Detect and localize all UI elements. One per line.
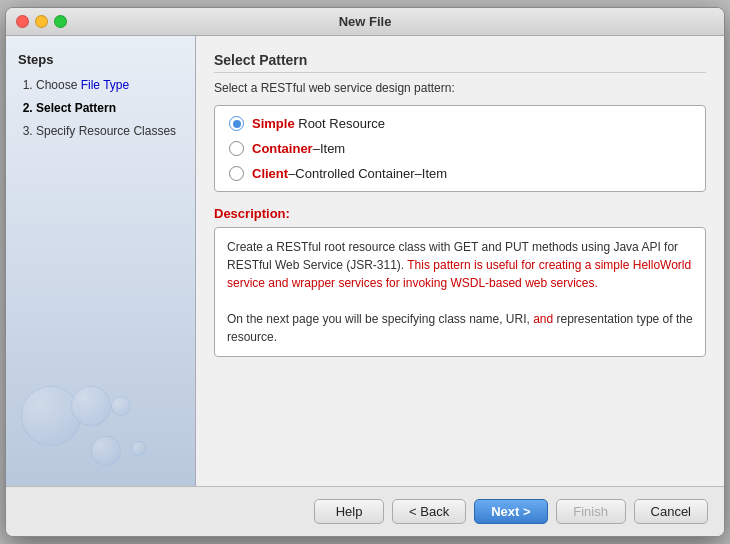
bubble-5 — [131, 441, 146, 456]
step-3-label: Specify Resource Classes — [36, 124, 176, 138]
footer: Help < Back Next > Finish Cancel — [6, 486, 724, 536]
step-2-label: Select Pattern — [36, 101, 116, 115]
help-button[interactable]: Help — [314, 499, 384, 524]
description-box: Create a RESTful root resource class wit… — [214, 227, 706, 357]
bubble-3 — [91, 436, 121, 466]
bubble-4 — [111, 396, 131, 416]
maximize-button[interactable] — [54, 15, 67, 28]
description-text-2: On the next page you will be specifying … — [227, 310, 693, 346]
option-simple-root[interactable]: Simple Root Resource — [229, 116, 691, 131]
option-client-controlled-label: Client–Controlled Container–Item — [252, 166, 447, 181]
back-button[interactable]: < Back — [392, 499, 466, 524]
section-title: Select Pattern — [214, 52, 706, 73]
step-1: Choose File Type — [36, 77, 183, 94]
radio-simple-root[interactable] — [229, 116, 244, 131]
step-3: Specify Resource Classes — [36, 123, 183, 140]
subtitle: Select a RESTful web service design patt… — [214, 81, 706, 95]
window-controls — [16, 15, 67, 28]
option-container-item-label: Container–Item — [252, 141, 345, 156]
bubble-2 — [71, 386, 111, 426]
next-button[interactable]: Next > — [474, 499, 547, 524]
content-area: Steps Choose File Type Select Pattern Sp… — [6, 36, 724, 486]
main-window: New File Steps Choose File Type Select P… — [5, 7, 725, 537]
main-panel: Select Pattern Select a RESTful web serv… — [196, 36, 724, 486]
client-highlight: Client — [252, 166, 288, 181]
description-title: Description: — [214, 206, 706, 221]
bubble-1 — [21, 386, 81, 446]
description-section: Description: Create a RESTful root resou… — [214, 206, 706, 357]
minimize-button[interactable] — [35, 15, 48, 28]
option-container-item[interactable]: Container–Item — [229, 141, 691, 156]
window-title: New File — [339, 14, 392, 29]
desc-red-2: and — [533, 312, 553, 326]
radio-client-controlled[interactable] — [229, 166, 244, 181]
container-highlight: Container — [252, 141, 313, 156]
close-button[interactable] — [16, 15, 29, 28]
steps-list: Choose File Type Select Pattern Specify … — [18, 77, 183, 139]
option-client-controlled[interactable]: Client–Controlled Container–Item — [229, 166, 691, 181]
pattern-selection-box: Simple Root Resource Container–Item Clie… — [214, 105, 706, 192]
option-simple-root-label: Simple Root Resource — [252, 116, 385, 131]
step-2: Select Pattern — [36, 100, 183, 117]
sidebar: Steps Choose File Type Select Pattern Sp… — [6, 36, 196, 486]
radio-container-item[interactable] — [229, 141, 244, 156]
sidebar-decoration — [11, 376, 171, 476]
description-text: Create a RESTful root resource class wit… — [227, 238, 693, 292]
cancel-button[interactable]: Cancel — [634, 499, 708, 524]
title-bar: New File — [6, 8, 724, 36]
simple-highlight: Simple — [252, 116, 295, 131]
steps-title: Steps — [18, 52, 183, 67]
step-1-file-link[interactable]: File Type — [81, 78, 129, 92]
finish-button[interactable]: Finish — [556, 499, 626, 524]
desc-red-1: This pattern is useful for creating a si… — [227, 258, 691, 290]
step-1-label: Choose File Type — [36, 78, 129, 92]
